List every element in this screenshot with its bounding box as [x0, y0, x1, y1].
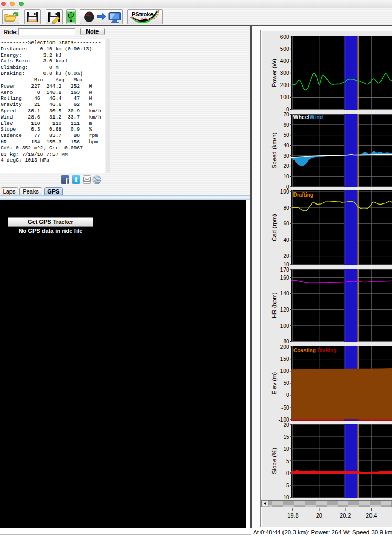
svg-text:40: 40	[283, 143, 289, 148]
svg-text:Braking: Braking	[317, 348, 336, 353]
svg-text:20: 20	[283, 253, 289, 259]
svg-text:80: 80	[283, 205, 289, 211]
svg-text:20.4: 20.4	[366, 512, 377, 519]
svg-text:f: f	[65, 176, 68, 184]
svg-text:Wheel: Wheel	[293, 114, 310, 120]
svg-text:100: 100	[280, 189, 289, 195]
svg-text:-10: -10	[281, 495, 289, 500]
svg-text:PStroke: PStroke	[132, 11, 154, 17]
svg-text:10: 10	[283, 446, 289, 452]
svg-text:100: 100	[280, 94, 289, 100]
svg-text:100: 100	[280, 368, 289, 374]
svg-text:160: 160	[280, 275, 289, 281]
svg-text:400: 400	[280, 58, 289, 64]
svg-text:Slope (%): Slope (%)	[271, 448, 277, 475]
svg-text:70: 70	[283, 112, 289, 117]
svg-text:50: 50	[283, 132, 289, 138]
svg-text:50: 50	[283, 380, 289, 386]
svg-text:Cad (rpm): Cad (rpm)	[271, 214, 277, 241]
svg-text:Drafting: Drafting	[293, 192, 313, 198]
svg-text:HR (bpm): HR (bpm)	[271, 292, 277, 318]
svg-text:20: 20	[283, 422, 289, 428]
svg-text:t: t	[75, 176, 78, 184]
svg-text:5: 5	[286, 458, 289, 464]
svg-text:150: 150	[280, 356, 289, 362]
svg-text:20: 20	[316, 512, 322, 519]
svg-text:15: 15	[283, 434, 289, 440]
svg-text:40: 40	[283, 237, 289, 243]
svg-text:Elev (m): Elev (m)	[271, 372, 277, 394]
svg-text:20: 20	[283, 163, 289, 169]
svg-text:0: 0	[286, 470, 289, 476]
svg-text:Wind: Wind	[310, 114, 323, 120]
svg-text:200: 200	[280, 344, 289, 350]
svg-text:140: 140	[280, 291, 289, 296]
svg-text:170: 170	[280, 267, 289, 273]
svg-text:20.2: 20.2	[340, 512, 351, 519]
svg-text:Coasting: Coasting	[293, 348, 316, 353]
svg-text:30: 30	[283, 153, 289, 159]
svg-text:200: 200	[280, 82, 289, 88]
svg-text:-5: -5	[285, 482, 289, 488]
svg-text:60: 60	[283, 221, 289, 227]
svg-text:-50: -50	[281, 405, 289, 411]
svg-text:0: 0	[286, 392, 289, 398]
svg-text:Speed (km/h): Speed (km/h)	[271, 132, 277, 168]
svg-text:19.8: 19.8	[287, 512, 298, 519]
svg-text:10: 10	[283, 174, 289, 179]
svg-text:300: 300	[280, 70, 289, 76]
svg-text:100: 100	[280, 323, 289, 329]
svg-text:500: 500	[280, 46, 289, 52]
svg-text:60: 60	[283, 122, 289, 128]
svg-text:Power (W): Power (W)	[271, 59, 277, 87]
svg-text:120: 120	[280, 307, 289, 313]
svg-text:600: 600	[280, 34, 289, 40]
